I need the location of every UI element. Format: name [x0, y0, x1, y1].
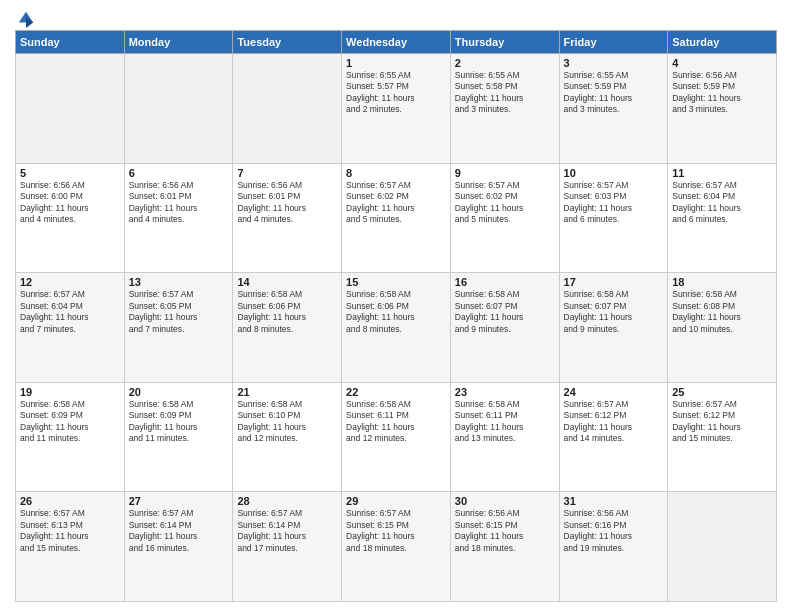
weekday-monday: Monday	[124, 31, 233, 54]
day-info: Sunrise: 6:57 AM Sunset: 6:04 PM Dayligh…	[20, 289, 120, 335]
week-row-4: 26Sunrise: 6:57 AM Sunset: 6:13 PM Dayli…	[16, 492, 777, 602]
weekday-saturday: Saturday	[668, 31, 777, 54]
day-info: Sunrise: 6:57 AM Sunset: 6:12 PM Dayligh…	[564, 399, 664, 445]
day-info: Sunrise: 6:58 AM Sunset: 6:06 PM Dayligh…	[346, 289, 446, 335]
day-info: Sunrise: 6:57 AM Sunset: 6:15 PM Dayligh…	[346, 508, 446, 554]
day-info: Sunrise: 6:57 AM Sunset: 6:03 PM Dayligh…	[564, 180, 664, 226]
day-cell	[124, 54, 233, 164]
day-info: Sunrise: 6:57 AM Sunset: 6:13 PM Dayligh…	[20, 508, 120, 554]
day-cell: 21Sunrise: 6:58 AM Sunset: 6:10 PM Dayli…	[233, 382, 342, 492]
day-cell: 1Sunrise: 6:55 AM Sunset: 5:57 PM Daylig…	[342, 54, 451, 164]
day-number: 7	[237, 167, 337, 179]
day-cell: 11Sunrise: 6:57 AM Sunset: 6:04 PM Dayli…	[668, 163, 777, 273]
day-number: 16	[455, 276, 555, 288]
day-cell: 6Sunrise: 6:56 AM Sunset: 6:01 PM Daylig…	[124, 163, 233, 273]
day-cell: 18Sunrise: 6:58 AM Sunset: 6:08 PM Dayli…	[668, 273, 777, 383]
day-number: 22	[346, 386, 446, 398]
day-cell: 27Sunrise: 6:57 AM Sunset: 6:14 PM Dayli…	[124, 492, 233, 602]
week-row-3: 19Sunrise: 6:58 AM Sunset: 6:09 PM Dayli…	[16, 382, 777, 492]
logo	[15, 10, 35, 24]
day-cell: 3Sunrise: 6:55 AM Sunset: 5:59 PM Daylig…	[559, 54, 668, 164]
day-number: 5	[20, 167, 120, 179]
page: SundayMondayTuesdayWednesdayThursdayFrid…	[0, 0, 792, 612]
day-number: 10	[564, 167, 664, 179]
logo-icon	[17, 10, 35, 28]
day-info: Sunrise: 6:57 AM Sunset: 6:04 PM Dayligh…	[672, 180, 772, 226]
day-number: 29	[346, 495, 446, 507]
weekday-tuesday: Tuesday	[233, 31, 342, 54]
day-cell: 26Sunrise: 6:57 AM Sunset: 6:13 PM Dayli…	[16, 492, 125, 602]
day-number: 9	[455, 167, 555, 179]
day-cell: 13Sunrise: 6:57 AM Sunset: 6:05 PM Dayli…	[124, 273, 233, 383]
day-info: Sunrise: 6:58 AM Sunset: 6:10 PM Dayligh…	[237, 399, 337, 445]
day-cell: 10Sunrise: 6:57 AM Sunset: 6:03 PM Dayli…	[559, 163, 668, 273]
day-number: 19	[20, 386, 120, 398]
day-cell: 28Sunrise: 6:57 AM Sunset: 6:14 PM Dayli…	[233, 492, 342, 602]
day-number: 3	[564, 57, 664, 69]
day-info: Sunrise: 6:56 AM Sunset: 6:01 PM Dayligh…	[237, 180, 337, 226]
weekday-friday: Friday	[559, 31, 668, 54]
day-number: 2	[455, 57, 555, 69]
day-info: Sunrise: 6:55 AM Sunset: 5:57 PM Dayligh…	[346, 70, 446, 116]
day-number: 1	[346, 57, 446, 69]
day-info: Sunrise: 6:57 AM Sunset: 6:12 PM Dayligh…	[672, 399, 772, 445]
day-cell: 30Sunrise: 6:56 AM Sunset: 6:15 PM Dayli…	[450, 492, 559, 602]
day-info: Sunrise: 6:55 AM Sunset: 5:59 PM Dayligh…	[564, 70, 664, 116]
day-number: 21	[237, 386, 337, 398]
day-cell	[668, 492, 777, 602]
day-cell: 29Sunrise: 6:57 AM Sunset: 6:15 PM Dayli…	[342, 492, 451, 602]
day-number: 11	[672, 167, 772, 179]
day-cell: 9Sunrise: 6:57 AM Sunset: 6:02 PM Daylig…	[450, 163, 559, 273]
day-cell: 2Sunrise: 6:55 AM Sunset: 5:58 PM Daylig…	[450, 54, 559, 164]
day-info: Sunrise: 6:57 AM Sunset: 6:14 PM Dayligh…	[129, 508, 229, 554]
day-info: Sunrise: 6:58 AM Sunset: 6:07 PM Dayligh…	[564, 289, 664, 335]
day-cell: 25Sunrise: 6:57 AM Sunset: 6:12 PM Dayli…	[668, 382, 777, 492]
day-cell: 24Sunrise: 6:57 AM Sunset: 6:12 PM Dayli…	[559, 382, 668, 492]
day-cell: 7Sunrise: 6:56 AM Sunset: 6:01 PM Daylig…	[233, 163, 342, 273]
day-number: 25	[672, 386, 772, 398]
day-number: 28	[237, 495, 337, 507]
day-cell: 8Sunrise: 6:57 AM Sunset: 6:02 PM Daylig…	[342, 163, 451, 273]
day-cell: 14Sunrise: 6:58 AM Sunset: 6:06 PM Dayli…	[233, 273, 342, 383]
day-cell	[16, 54, 125, 164]
day-number: 24	[564, 386, 664, 398]
day-info: Sunrise: 6:56 AM Sunset: 6:01 PM Dayligh…	[129, 180, 229, 226]
weekday-header-row: SundayMondayTuesdayWednesdayThursdayFrid…	[16, 31, 777, 54]
day-cell: 22Sunrise: 6:58 AM Sunset: 6:11 PM Dayli…	[342, 382, 451, 492]
day-info: Sunrise: 6:57 AM Sunset: 6:05 PM Dayligh…	[129, 289, 229, 335]
day-number: 26	[20, 495, 120, 507]
day-number: 30	[455, 495, 555, 507]
day-cell: 20Sunrise: 6:58 AM Sunset: 6:09 PM Dayli…	[124, 382, 233, 492]
day-cell: 31Sunrise: 6:56 AM Sunset: 6:16 PM Dayli…	[559, 492, 668, 602]
day-number: 31	[564, 495, 664, 507]
week-row-0: 1Sunrise: 6:55 AM Sunset: 5:57 PM Daylig…	[16, 54, 777, 164]
day-number: 14	[237, 276, 337, 288]
day-cell	[233, 54, 342, 164]
day-info: Sunrise: 6:58 AM Sunset: 6:09 PM Dayligh…	[129, 399, 229, 445]
day-number: 17	[564, 276, 664, 288]
day-info: Sunrise: 6:56 AM Sunset: 6:15 PM Dayligh…	[455, 508, 555, 554]
calendar-table: SundayMondayTuesdayWednesdayThursdayFrid…	[15, 30, 777, 602]
header	[15, 10, 777, 24]
day-cell: 16Sunrise: 6:58 AM Sunset: 6:07 PM Dayli…	[450, 273, 559, 383]
day-cell: 15Sunrise: 6:58 AM Sunset: 6:06 PM Dayli…	[342, 273, 451, 383]
day-number: 4	[672, 57, 772, 69]
day-cell: 19Sunrise: 6:58 AM Sunset: 6:09 PM Dayli…	[16, 382, 125, 492]
day-number: 20	[129, 386, 229, 398]
day-info: Sunrise: 6:58 AM Sunset: 6:07 PM Dayligh…	[455, 289, 555, 335]
day-cell: 4Sunrise: 6:56 AM Sunset: 5:59 PM Daylig…	[668, 54, 777, 164]
day-number: 13	[129, 276, 229, 288]
day-cell: 17Sunrise: 6:58 AM Sunset: 6:07 PM Dayli…	[559, 273, 668, 383]
day-info: Sunrise: 6:58 AM Sunset: 6:08 PM Dayligh…	[672, 289, 772, 335]
day-info: Sunrise: 6:57 AM Sunset: 6:14 PM Dayligh…	[237, 508, 337, 554]
day-info: Sunrise: 6:58 AM Sunset: 6:11 PM Dayligh…	[346, 399, 446, 445]
week-row-2: 12Sunrise: 6:57 AM Sunset: 6:04 PM Dayli…	[16, 273, 777, 383]
day-number: 15	[346, 276, 446, 288]
day-cell: 12Sunrise: 6:57 AM Sunset: 6:04 PM Dayli…	[16, 273, 125, 383]
day-number: 12	[20, 276, 120, 288]
day-info: Sunrise: 6:58 AM Sunset: 6:11 PM Dayligh…	[455, 399, 555, 445]
day-info: Sunrise: 6:58 AM Sunset: 6:09 PM Dayligh…	[20, 399, 120, 445]
day-info: Sunrise: 6:57 AM Sunset: 6:02 PM Dayligh…	[346, 180, 446, 226]
day-cell: 23Sunrise: 6:58 AM Sunset: 6:11 PM Dayli…	[450, 382, 559, 492]
weekday-wednesday: Wednesday	[342, 31, 451, 54]
